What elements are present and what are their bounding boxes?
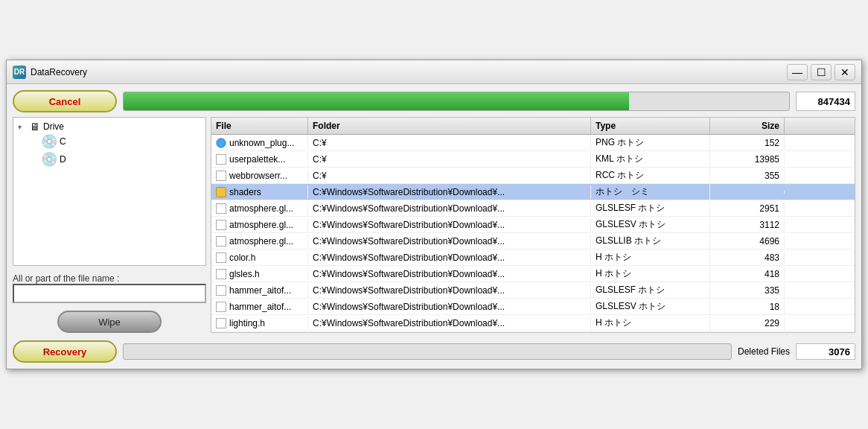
- d-drive-label: D: [60, 154, 66, 165]
- table-row[interactable]: webbrowserr... C:¥ RCC ホトシ 355: [211, 168, 855, 184]
- c-drive-icon: 💿: [41, 133, 57, 150]
- size-cell: 355: [710, 169, 785, 182]
- file-cell: shaders: [211, 185, 308, 199]
- maximize-button[interactable]: ☐: [811, 64, 832, 80]
- file-cell: atmosphere.gl...: [211, 202, 308, 215]
- tree-item-drive[interactable]: ▾ 🖥 Drive: [16, 121, 202, 133]
- minimize-button[interactable]: —: [787, 64, 808, 80]
- table-row[interactable]: unknown_plug... C:¥ PNG ホトシ 152: [211, 135, 855, 151]
- drive-icon: 🖥: [29, 121, 41, 132]
- size-cell: 18: [710, 300, 785, 314]
- folder-cell: C:¥Windows¥SoftwareDistribution¥Download…: [308, 218, 591, 232]
- bottom-progress-bar: [123, 343, 732, 360]
- file-type-icon: [216, 154, 226, 165]
- progress-bar-fill: [124, 92, 629, 110]
- size-cell: 483: [710, 251, 785, 264]
- file-cell: lighting.h: [211, 317, 308, 330]
- window-title: DataRecovery: [31, 67, 787, 77]
- wipe-button[interactable]: Wipe: [57, 311, 162, 333]
- tree-expander-drive: ▾: [18, 123, 27, 131]
- table-row[interactable]: glsles.h C:¥Windows¥SoftwareDistribution…: [211, 266, 855, 282]
- file-cell: unknown_plug...: [211, 136, 308, 150]
- progress-bar-container: [123, 92, 790, 111]
- col-header-type: Type: [591, 118, 710, 134]
- file-type-icon: [216, 269, 226, 279]
- file-type-icon: [216, 318, 226, 328]
- folder-cell: C:¥Windows¥SoftwareDistribution¥Download…: [308, 202, 591, 215]
- folder-cell: C:¥Windows¥SoftwareDistribution¥Download…: [308, 267, 591, 281]
- type-cell: ホトシ シミ: [591, 184, 710, 200]
- file-cell: atmosphere.gl...: [211, 218, 308, 232]
- type-cell: GLSLESF ホトシ: [591, 282, 710, 298]
- table-row[interactable]: atmosphere.gl... C:¥Windows¥SoftwareDist…: [211, 200, 855, 217]
- folder-cell: C:¥Windows¥SoftwareDistribution¥Download…: [308, 251, 591, 264]
- tree-item-d[interactable]: 💿 D: [28, 150, 202, 168]
- folder-cell: C:¥Windows¥SoftwareDistribution¥Download…: [308, 284, 591, 297]
- type-cell: GLSLESV ホトシ: [591, 299, 710, 314]
- progress-count: 847434: [796, 92, 855, 111]
- file-list-body[interactable]: unknown_plug... C:¥ PNG ホトシ 152 userpale…: [211, 135, 855, 332]
- table-row[interactable]: color.h C:¥Windows¥SoftwareDistribution¥…: [211, 250, 855, 266]
- left-panel: ▾ 🖥 Drive 💿 C 💿 D: [13, 117, 206, 333]
- file-type-icon: [216, 171, 226, 181]
- size-cell: 229: [710, 317, 785, 330]
- recovery-button[interactable]: Recovery: [13, 340, 117, 363]
- table-row[interactable]: shaders C:¥Windows¥SoftwareDistribution¥…: [211, 184, 855, 200]
- size-cell: 4696: [710, 235, 785, 248]
- content-area: Cancel 847434 ▾ 🖥 Drive: [7, 84, 861, 369]
- bottom-bar: Recovery Deleted Files 3076: [13, 340, 855, 363]
- file-name-input[interactable]: [13, 284, 206, 303]
- file-name-label: All or part of the file name :: [13, 273, 206, 284]
- folder-cell: C:¥: [308, 169, 591, 182]
- type-cell: KML ホトシ: [591, 151, 710, 167]
- app-icon: DR: [13, 66, 26, 79]
- type-cell: RCC ホトシ: [591, 168, 710, 183]
- file-filter-section: All or part of the file name :: [13, 270, 206, 303]
- table-row[interactable]: atmosphere.gl... C:¥Windows¥SoftwareDist…: [211, 217, 855, 233]
- close-button[interactable]: ✕: [835, 64, 855, 80]
- file-list-header: File Folder Type Size: [211, 118, 855, 135]
- file-cell: color.h: [211, 251, 308, 264]
- window-controls: — ☐ ✕: [787, 64, 855, 80]
- size-cell: 3112: [710, 218, 785, 232]
- d-drive-icon: 💿: [41, 151, 57, 168]
- file-cell: userpalettek...: [211, 153, 308, 166]
- table-row[interactable]: lighting.h C:¥Windows¥SoftwareDistributi…: [211, 315, 855, 331]
- tree-sub: 💿 C 💿 D: [28, 133, 202, 168]
- type-cell: PNG ホトシ: [591, 135, 710, 150]
- size-cell: 2951: [710, 202, 785, 215]
- file-type-icon: [216, 252, 226, 263]
- file-type-icon: [216, 187, 226, 197]
- col-header-size: Size: [710, 118, 785, 134]
- file-type-icon: [216, 138, 226, 148]
- drive-label: Drive: [43, 121, 64, 132]
- type-cell: GLSLESF ホトシ: [591, 200, 710, 216]
- file-type-icon: [216, 236, 226, 247]
- table-row[interactable]: hammer_aitof... C:¥Windows¥SoftwareDistr…: [211, 299, 855, 315]
- file-cell: atmosphere.gl...: [211, 235, 308, 248]
- cancel-button[interactable]: Cancel: [13, 90, 117, 112]
- table-row[interactable]: hammer_aitof... C:¥Windows¥SoftwareDistr…: [211, 282, 855, 299]
- drive-tree[interactable]: ▾ 🖥 Drive 💿 C 💿 D: [13, 117, 206, 266]
- folder-cell: C:¥Windows¥SoftwareDistribution¥Download…: [308, 185, 591, 199]
- c-drive-label: C: [60, 136, 66, 147]
- table-row[interactable]: atmosphere.gl... C:¥Windows¥SoftwareDist…: [211, 233, 855, 250]
- type-cell: H ホトシ: [591, 250, 710, 265]
- size-cell: 152: [710, 136, 785, 150]
- size-cell: 335: [710, 284, 785, 297]
- type-cell: H ホトシ: [591, 315, 710, 331]
- folder-cell: C:¥Windows¥SoftwareDistribution¥Download…: [308, 235, 591, 248]
- file-cell: hammer_aitof...: [211, 300, 308, 314]
- size-cell: 418: [710, 267, 785, 281]
- file-cell: webbrowserr...: [211, 169, 308, 182]
- file-cell: glsles.h: [211, 267, 308, 281]
- file-type-icon: [216, 302, 226, 312]
- type-cell: GLSLLIB ホトシ: [591, 233, 710, 249]
- tree-item-c[interactable]: 💿 C: [28, 133, 202, 150]
- file-list-panel: File Folder Type Size unknown_plug... C:…: [211, 117, 855, 333]
- table-row[interactable]: userpalettek... C:¥ KML ホトシ 13985: [211, 151, 855, 168]
- size-cell: [710, 191, 785, 194]
- folder-cell: C:¥Windows¥SoftwareDistribution¥Download…: [308, 300, 591, 314]
- folder-cell: C:¥: [308, 153, 591, 166]
- file-cell: hammer_aitof...: [211, 284, 308, 297]
